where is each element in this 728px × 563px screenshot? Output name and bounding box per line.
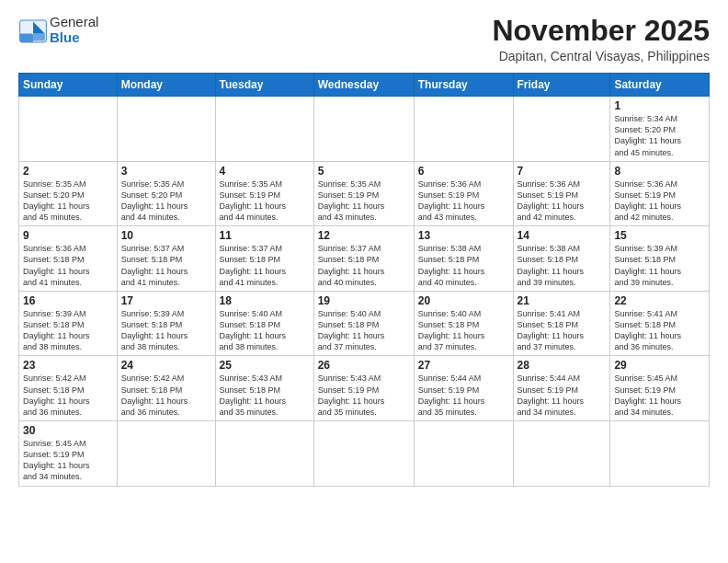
svg-rect-3 (20, 33, 33, 42)
day-number: 28 (518, 359, 607, 372)
calendar-cell: 7Sunrise: 5:36 AM Sunset: 5:19 PM Daylig… (513, 161, 610, 226)
weekday-header-wednesday: Wednesday (313, 74, 414, 97)
calendar-cell: 2Sunrise: 5:35 AM Sunset: 5:20 PM Daylig… (19, 161, 118, 226)
day-info: Sunrise: 5:41 AM Sunset: 5:18 PM Dayligh… (518, 308, 607, 353)
calendar-cell (19, 97, 118, 162)
day-info: Sunrise: 5:42 AM Sunset: 5:18 PM Dayligh… (121, 373, 211, 418)
day-number: 18 (220, 294, 310, 307)
weekday-header-sunday: Sunday (19, 74, 118, 97)
day-number: 22 (614, 294, 705, 307)
calendar-cell: 28Sunrise: 5:44 AM Sunset: 5:19 PM Dayli… (513, 356, 610, 421)
day-number: 12 (318, 229, 410, 242)
logo: GeneralBlue (18, 15, 98, 45)
calendar-cell: 14Sunrise: 5:38 AM Sunset: 5:18 PM Dayli… (513, 226, 610, 292)
calendar-table: SundayMondayTuesdayWednesdayThursdayFrid… (18, 73, 710, 486)
calendar-cell: 25Sunrise: 5:43 AM Sunset: 5:18 PM Dayli… (215, 356, 313, 421)
calendar-week-0: 1Sunrise: 5:34 AM Sunset: 5:20 PM Daylig… (19, 97, 710, 162)
day-info: Sunrise: 5:41 AM Sunset: 5:18 PM Dayligh… (614, 308, 705, 353)
calendar-cell: 24Sunrise: 5:42 AM Sunset: 5:18 PM Dayli… (117, 356, 215, 421)
weekday-header-thursday: Thursday (414, 74, 513, 97)
day-info: Sunrise: 5:36 AM Sunset: 5:19 PM Dayligh… (518, 178, 607, 224)
day-info: Sunrise: 5:37 AM Sunset: 5:18 PM Dayligh… (121, 243, 211, 288)
day-number: 29 (614, 359, 705, 372)
calendar-cell: 8Sunrise: 5:36 AM Sunset: 5:19 PM Daylig… (610, 161, 710, 226)
calendar-cell: 10Sunrise: 5:37 AM Sunset: 5:18 PM Dayli… (117, 226, 215, 292)
calendar-cell: 9Sunrise: 5:36 AM Sunset: 5:18 PM Daylig… (19, 226, 118, 292)
day-info: Sunrise: 5:45 AM Sunset: 5:19 PM Dayligh… (23, 438, 113, 483)
calendar-week-4: 23Sunrise: 5:42 AM Sunset: 5:18 PM Dayli… (19, 356, 710, 421)
calendar-cell: 17Sunrise: 5:39 AM Sunset: 5:18 PM Dayli… (117, 291, 215, 356)
weekday-header-friday: Friday (513, 74, 610, 97)
calendar-cell: 13Sunrise: 5:38 AM Sunset: 5:18 PM Dayli… (414, 226, 513, 292)
day-number: 27 (418, 359, 509, 372)
day-info: Sunrise: 5:38 AM Sunset: 5:18 PM Dayligh… (518, 243, 607, 288)
day-info: Sunrise: 5:37 AM Sunset: 5:18 PM Dayligh… (220, 243, 310, 288)
calendar-cell (313, 421, 414, 487)
calendar-cell: 23Sunrise: 5:42 AM Sunset: 5:18 PM Dayli… (19, 356, 118, 421)
calendar-cell: 22Sunrise: 5:41 AM Sunset: 5:18 PM Dayli… (610, 291, 710, 356)
calendar-cell: 12Sunrise: 5:37 AM Sunset: 5:18 PM Dayli… (313, 226, 414, 292)
calendar-cell: 1Sunrise: 5:34 AM Sunset: 5:20 PM Daylig… (610, 97, 710, 162)
day-info: Sunrise: 5:35 AM Sunset: 5:19 PM Dayligh… (220, 178, 310, 224)
day-info: Sunrise: 5:35 AM Sunset: 5:19 PM Dayligh… (318, 178, 410, 224)
day-info: Sunrise: 5:36 AM Sunset: 5:19 PM Dayligh… (614, 178, 705, 224)
day-number: 30 (23, 424, 113, 437)
calendar-week-2: 9Sunrise: 5:36 AM Sunset: 5:18 PM Daylig… (19, 226, 710, 292)
calendar-week-1: 2Sunrise: 5:35 AM Sunset: 5:20 PM Daylig… (19, 161, 710, 226)
day-info: Sunrise: 5:38 AM Sunset: 5:18 PM Dayligh… (418, 243, 509, 288)
calendar-title: November 2025 (492, 15, 710, 47)
day-number: 7 (518, 165, 607, 178)
calendar-cell (513, 97, 610, 162)
day-number: 9 (23, 229, 113, 242)
calendar-cell (117, 421, 215, 487)
logo-icon (18, 18, 48, 44)
weekday-header-saturday: Saturday (610, 74, 710, 97)
day-number: 8 (614, 165, 705, 178)
day-info: Sunrise: 5:39 AM Sunset: 5:18 PM Dayligh… (614, 243, 705, 288)
day-info: Sunrise: 5:36 AM Sunset: 5:18 PM Dayligh… (23, 243, 113, 288)
calendar-cell (117, 97, 215, 162)
day-number: 10 (121, 229, 211, 242)
day-info: Sunrise: 5:40 AM Sunset: 5:18 PM Dayligh… (418, 308, 509, 353)
day-info: Sunrise: 5:42 AM Sunset: 5:18 PM Dayligh… (23, 373, 113, 418)
day-info: Sunrise: 5:34 AM Sunset: 5:20 PM Dayligh… (614, 113, 705, 158)
day-info: Sunrise: 5:35 AM Sunset: 5:20 PM Dayligh… (121, 178, 211, 224)
day-number: 23 (23, 359, 113, 372)
calendar-cell: 20Sunrise: 5:40 AM Sunset: 5:18 PM Dayli… (414, 291, 513, 356)
calendar-cell (414, 97, 513, 162)
calendar-cell: 11Sunrise: 5:37 AM Sunset: 5:18 PM Dayli… (215, 226, 313, 292)
calendar-cell: 15Sunrise: 5:39 AM Sunset: 5:18 PM Dayli… (610, 226, 710, 292)
calendar-cell: 26Sunrise: 5:43 AM Sunset: 5:19 PM Dayli… (313, 356, 414, 421)
calendar-cell: 5Sunrise: 5:35 AM Sunset: 5:19 PM Daylig… (313, 161, 414, 226)
calendar-cell (313, 97, 414, 162)
day-number: 24 (121, 359, 211, 372)
calendar-cell: 21Sunrise: 5:41 AM Sunset: 5:18 PM Dayli… (513, 291, 610, 356)
weekday-header-tuesday: Tuesday (215, 74, 313, 97)
day-number: 6 (418, 165, 509, 178)
day-number: 21 (518, 294, 607, 307)
day-info: Sunrise: 5:37 AM Sunset: 5:18 PM Dayligh… (318, 243, 410, 288)
day-number: 15 (614, 229, 705, 242)
header: GeneralBlue November 2025 Dapitan, Centr… (18, 15, 710, 63)
weekday-header-row: SundayMondayTuesdayWednesdayThursdayFrid… (19, 74, 710, 97)
calendar-week-3: 16Sunrise: 5:39 AM Sunset: 5:18 PM Dayli… (19, 291, 710, 356)
calendar-cell: 3Sunrise: 5:35 AM Sunset: 5:20 PM Daylig… (117, 161, 215, 226)
calendar-cell: 16Sunrise: 5:39 AM Sunset: 5:18 PM Dayli… (19, 291, 118, 356)
calendar-cell (513, 421, 610, 487)
day-number: 20 (418, 294, 509, 307)
day-number: 26 (318, 359, 410, 372)
day-info: Sunrise: 5:45 AM Sunset: 5:19 PM Dayligh… (614, 373, 705, 418)
calendar-subtitle: Dapitan, Central Visayas, Philippines (492, 49, 710, 63)
svg-marker-2 (33, 33, 45, 40)
day-info: Sunrise: 5:40 AM Sunset: 5:18 PM Dayligh… (318, 308, 410, 353)
day-info: Sunrise: 5:36 AM Sunset: 5:19 PM Dayligh… (418, 178, 509, 224)
title-block: November 2025 Dapitan, Central Visayas, … (492, 15, 710, 63)
day-number: 17 (121, 294, 211, 307)
day-number: 14 (518, 229, 607, 242)
logo-text: GeneralBlue (50, 15, 98, 45)
calendar-cell: 29Sunrise: 5:45 AM Sunset: 5:19 PM Dayli… (610, 356, 710, 421)
calendar-cell: 19Sunrise: 5:40 AM Sunset: 5:18 PM Dayli… (313, 291, 414, 356)
day-info: Sunrise: 5:40 AM Sunset: 5:18 PM Dayligh… (220, 308, 310, 353)
weekday-header-monday: Monday (117, 74, 215, 97)
day-number: 19 (318, 294, 410, 307)
